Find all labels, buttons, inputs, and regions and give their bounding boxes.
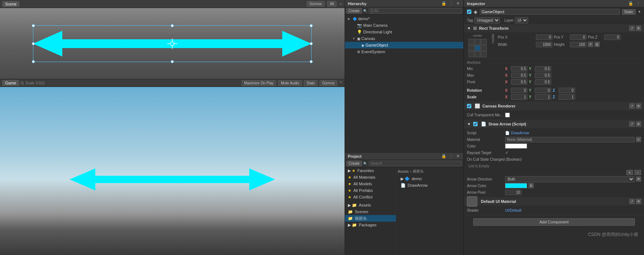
hierarchy-item-eventsystem[interactable]: ⚙ EventSystem <box>345 48 463 55</box>
inspector-menu-btn[interactable]: ⋮ <box>636 1 641 6</box>
hierarchy-menu-btn[interactable]: ⋮ <box>449 1 454 6</box>
min-x-field[interactable] <box>511 66 527 72</box>
height-field[interactable] <box>570 42 586 47</box>
project-item-all-prefabs[interactable]: ★ All Prefabs <box>345 187 396 194</box>
canvas-renderer-header[interactable]: ⬜ Canvas Renderer ↗ ⚙ <box>464 102 644 110</box>
project-item-all-models[interactable]: ★ All Models <box>345 181 396 187</box>
favorites-header[interactable]: ▶ ★ Favorites <box>345 167 396 174</box>
canvas-renderer-ref-btn[interactable]: ↗ <box>629 103 634 109</box>
project-item-all-conflict[interactable]: ★ All Conflict <box>345 194 396 200</box>
size-expand-btn[interactable]: ⊞ <box>595 42 600 47</box>
layer-select[interactable]: UI <box>515 17 528 23</box>
arrow-color-menu[interactable]: ⚙ <box>529 183 534 188</box>
anchor-grid[interactable] <box>468 39 487 57</box>
scene-controls: Gizmos All ✕ <box>307 1 342 7</box>
project-search[interactable] <box>369 161 462 166</box>
scenes-folder[interactable]: 📁 Scenes <box>345 208 396 215</box>
canvas-renderer-settings-btn[interactable]: ⚙ <box>636 103 641 109</box>
default-ui-material-header[interactable]: Default UI Material ↗ ⚙ <box>464 197 644 205</box>
object-enabled-checkbox[interactable] <box>467 10 471 14</box>
pivot-x-field[interactable] <box>511 79 527 85</box>
tag-select[interactable]: Untagged <box>474 17 500 23</box>
canvas-renderer-enabled[interactable] <box>467 104 471 108</box>
hierarchy-item-gameobject[interactable]: ◈ GameObject <box>345 42 463 48</box>
maximize-on-play-btn[interactable]: Maximize On Play <box>242 80 276 86</box>
rect-transform-ref-btn[interactable]: ↗ <box>629 26 634 31</box>
anchor-cell-12[interactable] <box>481 45 487 51</box>
scene-tab[interactable]: Scene <box>2 1 19 7</box>
max-y-field[interactable] <box>535 73 551 78</box>
project-close-btn[interactable]: ✕ <box>456 154 460 159</box>
draw-arrow-enabled[interactable] <box>473 122 478 126</box>
hierarchy-item-canvas[interactable]: ▼ ▣ Canvas <box>345 35 463 42</box>
hierarchy-item-directional-light[interactable]: 💡 Directional Light <box>345 29 463 35</box>
rect-transform-header[interactable]: ▼ ⊞ Rect Transform ↗ ⚙ <box>464 24 644 32</box>
all-button[interactable]: All <box>327 1 336 7</box>
draw-arrow-header[interactable]: ▼ 📄 Draw Arrow (Script) ↗ ⚙ <box>464 120 644 128</box>
hierarchy-lock-btn[interactable]: 🔒 <box>441 1 447 6</box>
anchor-cell-21[interactable] <box>475 51 481 57</box>
hierarchy-create-btn[interactable]: Create <box>346 8 362 14</box>
draw-arrow-ref-btn[interactable]: ↗ <box>629 121 634 127</box>
project-menu-btn[interactable]: ⋮ <box>449 154 454 159</box>
arrow-direction-menu[interactable]: ⚙ <box>636 176 641 182</box>
anchor-cell-00[interactable] <box>468 39 474 45</box>
color-swatch[interactable] <box>505 143 527 149</box>
hierarchy-close-btn[interactable]: ✕ <box>456 1 460 6</box>
draw-arrow-project-item[interactable]: 📄 DrawArrow <box>398 182 462 189</box>
min-y-field[interactable] <box>535 66 551 72</box>
anchor-cell-10[interactable] <box>468 45 474 51</box>
hierarchy-item-main-camera[interactable]: 📷 Main Camera <box>345 22 463 29</box>
max-x-field[interactable] <box>511 73 527 78</box>
pivot-y-field[interactable] <box>535 79 551 85</box>
scale-y-field[interactable] <box>535 94 551 100</box>
anchor-cell-20[interactable] <box>468 51 474 57</box>
anchor-cell-22[interactable] <box>481 51 487 57</box>
pos-z-field[interactable] <box>604 34 621 40</box>
scale-x-field[interactable] <box>511 94 527 100</box>
arrow-color-swatch[interactable] <box>505 183 527 188</box>
assets-folder[interactable]: ▶ 📁 Assets <box>345 202 396 208</box>
inspector-lock-btn[interactable]: 🔒 <box>628 1 634 6</box>
list-minus-btn[interactable]: − <box>634 170 641 175</box>
hierarchy-item-demo[interactable]: ▶ 🔷 demo* <box>345 15 463 22</box>
stats-btn[interactable]: Stats <box>304 80 317 86</box>
demo-project-item[interactable]: ▶ 🔷 demo <box>398 175 462 182</box>
list-add-btn[interactable]: + <box>626 170 633 175</box>
hierarchy-search[interactable] <box>369 8 462 14</box>
rot-x-field[interactable] <box>511 88 527 93</box>
static-dropdown-icon[interactable]: ▼ <box>638 10 641 14</box>
project-item-all-materials[interactable]: ★ All Materials <box>345 174 396 181</box>
width-field[interactable] <box>536 42 552 47</box>
cull-transparent-checkbox[interactable] <box>505 113 510 117</box>
default-material-settings-btn[interactable]: ⚙ <box>636 199 641 204</box>
rot-y-field[interactable] <box>535 88 551 93</box>
game-viewport[interactable] <box>0 87 345 255</box>
anchor-cell-11[interactable] <box>475 45 481 51</box>
pos-y-field[interactable] <box>570 34 586 40</box>
packages-folder[interactable]: ▶ 📁 Packages <box>345 222 396 228</box>
arrow-direction-select[interactable]: Both <box>505 176 634 182</box>
gizmos-game-btn[interactable]: Gizmos <box>320 80 337 86</box>
default-material-ref-btn[interactable]: ↗ <box>629 199 634 204</box>
project-lock-btn[interactable]: 🔒 <box>441 154 447 159</box>
rot-z-field[interactable] <box>559 88 575 93</box>
game-tab[interactable]: Game <box>2 80 19 86</box>
draw-arrow-settings-btn[interactable]: ⚙ <box>636 121 641 127</box>
pos-x-field[interactable] <box>536 34 552 40</box>
project-create-btn[interactable]: Create <box>346 161 362 166</box>
scene-viewport[interactable] <box>0 8 345 79</box>
rect-transform-settings-btn[interactable]: ⚙ <box>636 26 641 31</box>
scale-z-field[interactable] <box>559 94 575 100</box>
anchor-cell-01[interactable] <box>475 39 481 45</box>
static-button[interactable]: Static <box>622 9 636 15</box>
draw-arrow-folder[interactable]: 📁 画箭头 <box>345 215 396 222</box>
arrow-pixel-field[interactable] <box>505 190 522 195</box>
mute-audio-btn[interactable]: Mute Audio <box>278 80 302 86</box>
gizmos-button[interactable]: Gizmos <box>307 1 324 7</box>
material-pick-btn[interactable]: ⊙ <box>636 137 641 142</box>
add-component-button[interactable]: Add Component <box>473 218 635 226</box>
object-name-field[interactable] <box>480 9 620 15</box>
size-reset-btn[interactable]: ↺ <box>588 42 593 47</box>
anchor-cell-02[interactable] <box>481 39 487 45</box>
